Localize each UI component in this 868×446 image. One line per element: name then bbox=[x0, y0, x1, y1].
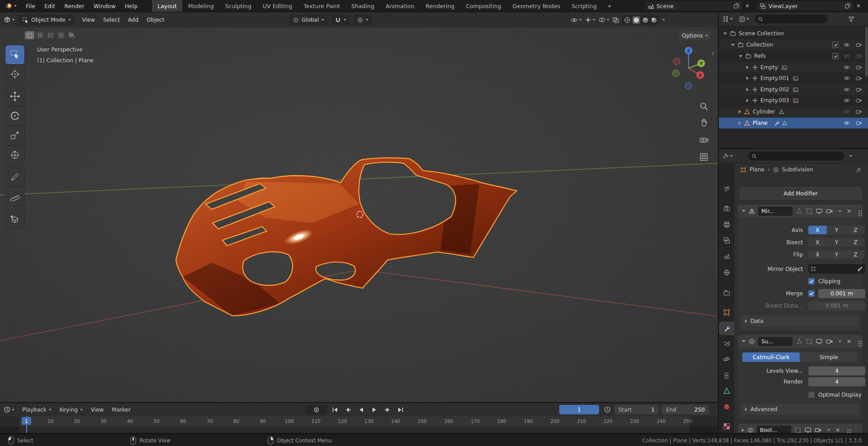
viewport-canvas[interactable]: Options User Perspective (1) Collection … bbox=[0, 28, 718, 402]
outliner-item-label[interactable]: Collection bbox=[746, 42, 773, 48]
viewport-menu-item[interactable]: Select bbox=[99, 17, 124, 23]
render-toggle-icon[interactable] bbox=[815, 427, 821, 432]
current-frame-field[interactable]: 1 bbox=[559, 405, 599, 414]
tool-scale[interactable] bbox=[5, 126, 24, 145]
boolean-panel-header[interactable]: Bool... ✕ bbox=[738, 423, 863, 433]
drag-handle-icon[interactable] bbox=[847, 429, 849, 431]
tab-view-layer[interactable] bbox=[719, 233, 734, 247]
modifier-name-field[interactable]: Su... bbox=[758, 337, 793, 346]
hide-eye-icon[interactable] bbox=[843, 64, 850, 71]
select-mode-invert-button[interactable] bbox=[56, 31, 66, 39]
disable-render-icon[interactable] bbox=[855, 86, 862, 93]
play-button[interactable] bbox=[368, 405, 380, 415]
gizmo-neg-x-axis[interactable] bbox=[674, 58, 680, 65]
outliner-item-label[interactable]: Empty bbox=[760, 64, 778, 71]
render-toggle-icon[interactable] bbox=[826, 339, 832, 344]
tool-add-cube[interactable] bbox=[5, 209, 24, 228]
bisect-distance-field[interactable]: 0.001 m bbox=[808, 301, 865, 310]
timeline-editor-type-button[interactable] bbox=[0, 406, 18, 413]
workspace-tab[interactable]: Geometry Nodes bbox=[507, 0, 566, 12]
next-keyframe-button[interactable] bbox=[382, 405, 393, 415]
outliner-row-cylinder[interactable]: Cylinder bbox=[719, 106, 868, 117]
tool-select-box[interactable] bbox=[5, 45, 24, 64]
exclude-checkbox[interactable] bbox=[832, 52, 839, 60]
gizmo-neg-y-axis[interactable] bbox=[673, 70, 679, 77]
outliner-row-empty[interactable]: Empty bbox=[719, 62, 868, 73]
prev-keyframe-button[interactable] bbox=[342, 405, 354, 415]
outliner-item-label[interactable]: Empty.002 bbox=[760, 86, 789, 93]
visibility-dropdown[interactable] bbox=[571, 18, 582, 23]
timeline-marker-menu[interactable]: Marker bbox=[108, 407, 134, 413]
disable-render-icon[interactable] bbox=[855, 52, 862, 60]
eyedropper-button[interactable] bbox=[854, 264, 865, 274]
realtime-toggle-icon[interactable] bbox=[816, 209, 822, 214]
jump-to-start-button[interactable] bbox=[329, 405, 340, 415]
expand-icon[interactable] bbox=[742, 340, 745, 342]
keying-menu[interactable]: Keying bbox=[56, 407, 87, 413]
tab-modifiers[interactable] bbox=[719, 322, 734, 335]
tab-physics[interactable] bbox=[719, 352, 734, 366]
outliner-row-collection[interactable]: Collection bbox=[719, 39, 868, 50]
advanced-subpanel-header[interactable]: Advanced bbox=[741, 404, 859, 415]
clipping-checkbox[interactable] bbox=[808, 278, 815, 285]
tab-texture[interactable] bbox=[719, 419, 734, 433]
shading-solid-button[interactable] bbox=[632, 16, 640, 24]
optimal-display-checkbox[interactable] bbox=[808, 392, 815, 398]
toggle-ortho-button[interactable] bbox=[698, 151, 710, 163]
modifier-name-field[interactable]: Mir... bbox=[758, 207, 793, 216]
hide-eye-icon[interactable] bbox=[843, 97, 850, 104]
tab-constraints[interactable] bbox=[719, 369, 734, 382]
outliner-row-refs[interactable]: Refs bbox=[719, 51, 868, 62]
flip-y-button[interactable]: Y bbox=[827, 250, 846, 259]
remove-modifier-button[interactable]: ✕ bbox=[835, 427, 840, 433]
jump-to-end-button[interactable] bbox=[395, 405, 406, 415]
disclosure-icon[interactable] bbox=[739, 121, 741, 125]
properties-filter-button[interactable] bbox=[849, 155, 852, 157]
tab-scene[interactable] bbox=[719, 249, 734, 263]
app-menu-item[interactable]: Help bbox=[120, 0, 142, 12]
breadcrumb-modifier[interactable]: Subdivision bbox=[782, 166, 813, 173]
timeline-ruler[interactable]: 1020304050607080901001101201301401501601… bbox=[0, 416, 718, 427]
data-subpanel-header[interactable]: Data bbox=[741, 316, 859, 327]
render-levels-field[interactable]: 4 bbox=[808, 377, 865, 386]
pan-view-button[interactable] bbox=[698, 116, 710, 128]
disclosure-icon[interactable] bbox=[746, 66, 749, 69]
app-menu-item[interactable]: Edit bbox=[40, 0, 60, 12]
workspace-tab[interactable]: Shading bbox=[346, 0, 380, 12]
end-frame-field[interactable]: End 250 bbox=[662, 405, 709, 414]
flip-z-button[interactable]: Z bbox=[846, 250, 865, 259]
disclosure-icon[interactable] bbox=[739, 55, 742, 57]
axis-x-button[interactable]: X bbox=[808, 226, 827, 234]
workspace-tab[interactable]: Sculpting bbox=[220, 0, 257, 12]
disable-render-icon[interactable] bbox=[855, 108, 862, 115]
disable-render-icon[interactable] bbox=[855, 41, 862, 48]
disclosure-icon[interactable] bbox=[746, 99, 749, 102]
breadcrumb-object[interactable]: Plane bbox=[750, 166, 764, 173]
new-scene-icon[interactable] bbox=[734, 3, 739, 9]
zoom-view-button[interactable] bbox=[698, 100, 710, 112]
outliner-item-label[interactable]: Empty.001 bbox=[760, 75, 789, 81]
add-workspace-button[interactable]: + bbox=[603, 0, 616, 12]
select-mode-new-button[interactable] bbox=[25, 31, 34, 39]
tab-material[interactable] bbox=[719, 400, 734, 413]
disable-render-icon[interactable] bbox=[855, 119, 862, 127]
tab-object[interactable] bbox=[719, 305, 734, 319]
outliner-item-label[interactable]: Empty.003 bbox=[760, 97, 789, 104]
hide-eye-icon[interactable] bbox=[843, 75, 850, 82]
shading-wireframe-button[interactable] bbox=[624, 17, 631, 24]
merge-threshold-field[interactable]: 0.001 m bbox=[818, 289, 865, 298]
auto-keying-button[interactable] bbox=[306, 405, 327, 414]
outliner-display-mode-button[interactable] bbox=[736, 16, 752, 22]
remove-viewlayer-button[interactable]: ✕ bbox=[856, 3, 861, 9]
tool-annotate[interactable] bbox=[5, 167, 24, 186]
shading-material-button[interactable] bbox=[642, 17, 649, 24]
sidebar-toggle-arrow[interactable]: ‹ bbox=[712, 49, 714, 57]
properties-search-input[interactable] bbox=[748, 152, 844, 161]
overlays-dropdown[interactable] bbox=[599, 17, 609, 23]
hide-eye-icon[interactable] bbox=[843, 86, 850, 93]
catmull-clark-button[interactable]: Catmull-Clark bbox=[742, 352, 800, 362]
tool-transform[interactable] bbox=[5, 146, 24, 165]
options-dropdown[interactable]: Options bbox=[679, 31, 711, 40]
outliner-item-label[interactable]: Scene Collection bbox=[739, 30, 784, 37]
orientation-dropdown[interactable]: Global bbox=[289, 14, 328, 25]
